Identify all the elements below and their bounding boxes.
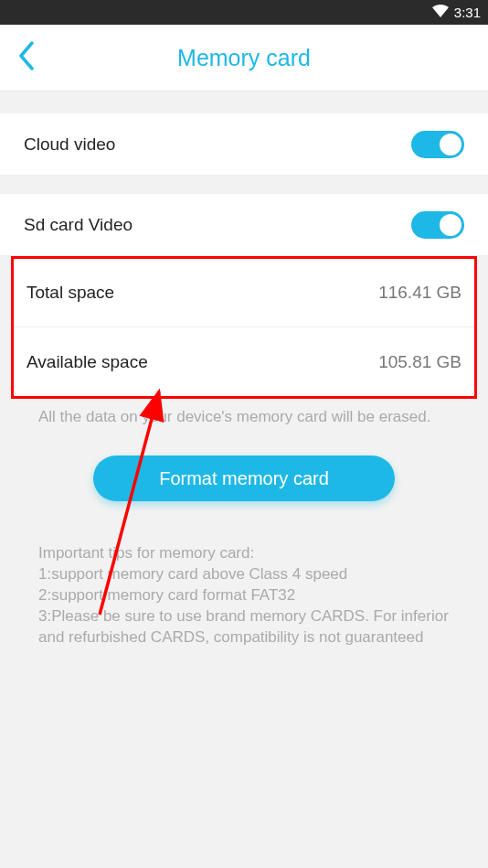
- sd-card-video-toggle[interactable]: [411, 211, 464, 239]
- status-bar: 3:31: [0, 0, 488, 25]
- tips-line-2: 2:support memory card format FAT32: [38, 585, 450, 606]
- storage-stats-highlight-box: Total space 116.41 GB Available space 10…: [11, 256, 477, 399]
- format-memory-card-button[interactable]: Format memory card: [93, 455, 395, 501]
- available-space-value: 105.81 GB: [378, 352, 461, 372]
- total-space-row: Total space 116.41 GB: [14, 259, 474, 327]
- section-gap: [0, 176, 488, 194]
- erase-warning-text: All the data on your device's memory car…: [0, 399, 488, 426]
- total-space-label: Total space: [27, 283, 114, 303]
- tips-heading: Important tips for memory card:: [38, 543, 450, 564]
- cloud-video-row: Cloud video: [0, 113, 488, 176]
- tips-line-1: 1:support memory card above Class 4 spee…: [38, 564, 450, 585]
- cloud-video-toggle[interactable]: [411, 131, 464, 158]
- sd-card-video-label: Sd card Video: [24, 215, 133, 235]
- section-gap: [0, 91, 488, 113]
- status-time: 3:31: [454, 5, 481, 20]
- tips-line-3: 3:Please be sure to use brand memory CAR…: [38, 606, 450, 648]
- sd-card-video-row: Sd card Video: [0, 194, 488, 256]
- page-title: Memory card: [0, 45, 488, 71]
- back-button[interactable]: [18, 41, 37, 74]
- important-tips: Important tips for memory card: 1:suppor…: [0, 501, 488, 648]
- available-space-row: Available space 105.81 GB: [14, 327, 474, 396]
- available-space-label: Available space: [27, 352, 148, 372]
- total-space-value: 116.41 GB: [378, 283, 461, 303]
- cloud-video-label: Cloud video: [24, 134, 115, 155]
- wifi-icon: [432, 5, 449, 20]
- header: Memory card: [0, 25, 488, 91]
